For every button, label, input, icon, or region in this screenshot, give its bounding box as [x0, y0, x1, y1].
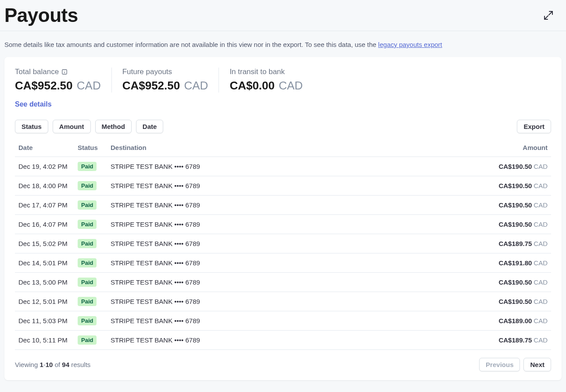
summary-total-balance: Total balance CA$952.50 CAD [15, 68, 111, 93]
legacy-export-link[interactable]: legacy payouts export [378, 41, 442, 48]
in-transit-label: In transit to bank [229, 68, 285, 76]
cell-date: Dec 12, 5:01 PM [15, 292, 74, 311]
cell-date: Dec 19, 4:02 PM [15, 157, 74, 176]
cell-amount: CA$191.80CAD [463, 253, 551, 273]
future-payouts-currency: CAD [184, 79, 208, 92]
cell-destination: STRIPE TEST BANK •••• 6789 [107, 292, 463, 311]
table-row[interactable]: Dec 15, 5:02 PMPaidSTRIPE TEST BANK ••••… [15, 234, 551, 253]
filter-status-button[interactable]: Status [15, 120, 48, 133]
cell-destination: STRIPE TEST BANK •••• 6789 [107, 215, 463, 234]
cell-date: Dec 17, 4:07 PM [15, 196, 74, 215]
export-button[interactable]: Export [517, 120, 551, 133]
col-destination: Destination [107, 139, 463, 157]
col-date: Date [15, 139, 74, 157]
summary-in-transit: In transit to bank CA$0.00 CAD [219, 68, 313, 93]
cell-amount: CA$190.50CAD [463, 196, 551, 215]
summary-future-payouts: Future payouts CA$952.50 CAD [111, 68, 219, 93]
cell-status: Paid [74, 311, 107, 331]
table-row[interactable]: Dec 11, 5:03 PMPaidSTRIPE TEST BANK ••••… [15, 311, 551, 331]
cell-destination: STRIPE TEST BANK •••• 6789 [107, 176, 463, 196]
filter-method-button[interactable]: Method [95, 120, 132, 133]
cell-amount: CA$190.50CAD [463, 215, 551, 234]
cell-amount: CA$189.75CAD [463, 331, 551, 350]
cell-amount: CA$190.50CAD [463, 273, 551, 292]
status-badge: Paid [78, 335, 97, 345]
status-badge: Paid [78, 220, 97, 229]
status-badge: Paid [78, 162, 97, 171]
table-row[interactable]: Dec 10, 5:11 PMPaidSTRIPE TEST BANK ••••… [15, 331, 551, 350]
cell-status: Paid [74, 331, 107, 350]
total-balance-value: CA$952.50 [15, 79, 73, 92]
info-banner: Some details like tax amounts and custom… [0, 31, 566, 48]
table-row[interactable]: Dec 12, 5:01 PMPaidSTRIPE TEST BANK ••••… [15, 292, 551, 311]
cell-date: Dec 16, 4:07 PM [15, 215, 74, 234]
cell-date: Dec 11, 5:03 PM [15, 311, 74, 331]
cell-destination: STRIPE TEST BANK •••• 6789 [107, 196, 463, 215]
cell-date: Dec 13, 5:00 PM [15, 273, 74, 292]
future-payouts-label: Future payouts [122, 68, 172, 76]
total-balance-currency: CAD [77, 79, 101, 92]
status-badge: Paid [78, 297, 97, 306]
cell-destination: STRIPE TEST BANK •••• 6789 [107, 331, 463, 350]
filter-date-button[interactable]: Date [136, 120, 164, 133]
cell-amount: CA$190.50CAD [463, 176, 551, 196]
result-count: Viewing 1-10 of 94 results [15, 361, 90, 368]
table-row[interactable]: Dec 18, 4:00 PMPaidSTRIPE TEST BANK ••••… [15, 176, 551, 196]
cell-amount: CA$189.75CAD [463, 234, 551, 253]
status-badge: Paid [78, 200, 97, 210]
cell-status: Paid [74, 292, 107, 311]
see-details-link[interactable]: See details [15, 100, 52, 108]
table-row[interactable]: Dec 13, 5:00 PMPaidSTRIPE TEST BANK ••••… [15, 273, 551, 292]
table-row[interactable]: Dec 14, 5:01 PMPaidSTRIPE TEST BANK ••••… [15, 253, 551, 273]
table-row[interactable]: Dec 17, 4:07 PMPaidSTRIPE TEST BANK ••••… [15, 196, 551, 215]
filter-amount-button[interactable]: Amount [53, 120, 91, 133]
cell-date: Dec 15, 5:02 PM [15, 234, 74, 253]
cell-date: Dec 10, 5:11 PM [15, 331, 74, 350]
payouts-table: Date Status Destination Amount Dec 19, 4… [15, 139, 551, 350]
previous-button[interactable]: Previous [479, 358, 520, 371]
page-title: Payouts [4, 4, 78, 26]
cell-status: Paid [74, 253, 107, 273]
cell-status: Paid [74, 157, 107, 176]
total-balance-label: Total balance [15, 68, 59, 76]
status-badge: Paid [78, 278, 97, 287]
cell-amount: CA$190.50CAD [463, 157, 551, 176]
status-badge: Paid [78, 316, 97, 325]
info-square-icon[interactable] [61, 69, 68, 75]
expand-icon[interactable] [543, 10, 554, 21]
status-badge: Paid [78, 258, 97, 267]
cell-date: Dec 14, 5:01 PM [15, 253, 74, 273]
cell-status: Paid [74, 196, 107, 215]
cell-amount: CA$189.00CAD [463, 311, 551, 331]
cell-status: Paid [74, 176, 107, 196]
table-row[interactable]: Dec 16, 4:07 PMPaidSTRIPE TEST BANK ••••… [15, 215, 551, 234]
status-badge: Paid [78, 239, 97, 248]
cell-status: Paid [74, 215, 107, 234]
cell-destination: STRIPE TEST BANK •••• 6789 [107, 273, 463, 292]
future-payouts-value: CA$952.50 [122, 79, 180, 92]
cell-destination: STRIPE TEST BANK •••• 6789 [107, 311, 463, 331]
col-status: Status [74, 139, 107, 157]
col-amount: Amount [463, 139, 551, 157]
table-row[interactable]: Dec 19, 4:02 PMPaidSTRIPE TEST BANK ••••… [15, 157, 551, 176]
cell-amount: CA$190.50CAD [463, 292, 551, 311]
in-transit-currency: CAD [279, 79, 303, 92]
status-badge: Paid [78, 181, 97, 190]
cell-destination: STRIPE TEST BANK •••• 6789 [107, 234, 463, 253]
cell-status: Paid [74, 234, 107, 253]
banner-text: Some details like tax amounts and custom… [4, 41, 378, 48]
cell-status: Paid [74, 273, 107, 292]
in-transit-value: CA$0.00 [229, 79, 275, 92]
cell-destination: STRIPE TEST BANK •••• 6789 [107, 253, 463, 273]
cell-destination: STRIPE TEST BANK •••• 6789 [107, 157, 463, 176]
next-button[interactable]: Next [523, 358, 551, 371]
cell-date: Dec 18, 4:00 PM [15, 176, 74, 196]
